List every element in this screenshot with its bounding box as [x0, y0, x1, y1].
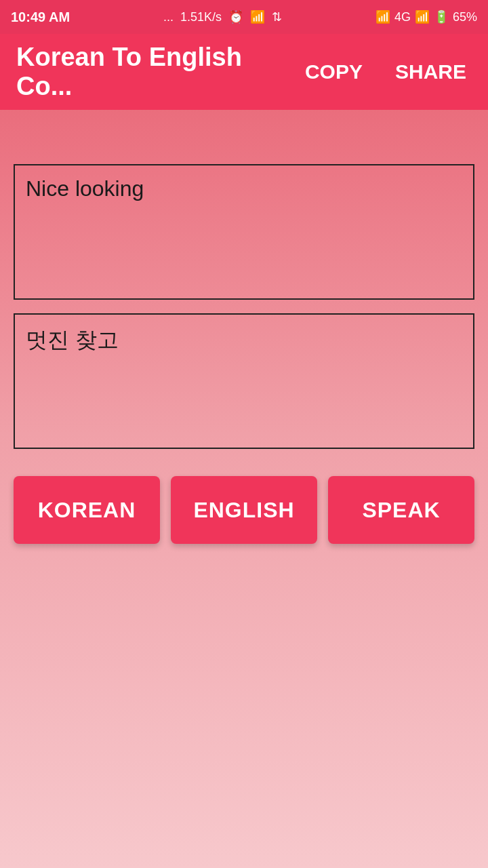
- english-button[interactable]: ENGLISH: [171, 476, 317, 544]
- battery-percent: 65%: [453, 10, 477, 24]
- english-text-box[interactable]: Nice looking: [14, 164, 474, 300]
- status-time: 10:49 AM: [11, 9, 70, 25]
- status-right: 📶 4G 📶 🔋 65%: [375, 9, 477, 24]
- signal2-icon: 📶: [415, 9, 430, 24]
- status-bar: 10:49 AM ... 1.51K/s ⏰ 📶 ⇅ 📶 4G 📶 🔋 65%: [0, 0, 488, 34]
- korean-text-box[interactable]: 멋진 찾고: [14, 313, 474, 449]
- battery-icon: 🔋: [434, 9, 449, 24]
- speak-button[interactable]: SPEAK: [328, 476, 474, 544]
- data-transfer-icon: ⇅: [272, 9, 282, 24]
- top-spacer: [14, 123, 474, 164]
- buttons-row: KOREAN ENGLISH SPEAK: [14, 476, 474, 544]
- status-speed: 1.51K/s: [180, 10, 222, 24]
- app-title: Korean To English Co...: [16, 43, 300, 101]
- app-bar-actions: COPY SHARE: [300, 55, 472, 89]
- status-center: ... 1.51K/s ⏰ 📶 ⇅: [163, 9, 282, 24]
- network-label: 4G: [394, 10, 411, 24]
- share-button[interactable]: SHARE: [390, 55, 472, 89]
- signal-icon: 📶: [375, 9, 390, 24]
- main-content: Nice looking 멋진 찾고 KOREAN ENGLISH SPEAK: [0, 110, 488, 557]
- app-bar: Korean To English Co... COPY SHARE: [0, 34, 488, 110]
- status-dots: ...: [163, 10, 174, 24]
- korean-button[interactable]: KOREAN: [14, 476, 160, 544]
- alarm-icon: ⏰: [228, 9, 243, 24]
- copy-button[interactable]: COPY: [300, 55, 368, 89]
- wifi-icon: 📶: [250, 9, 265, 24]
